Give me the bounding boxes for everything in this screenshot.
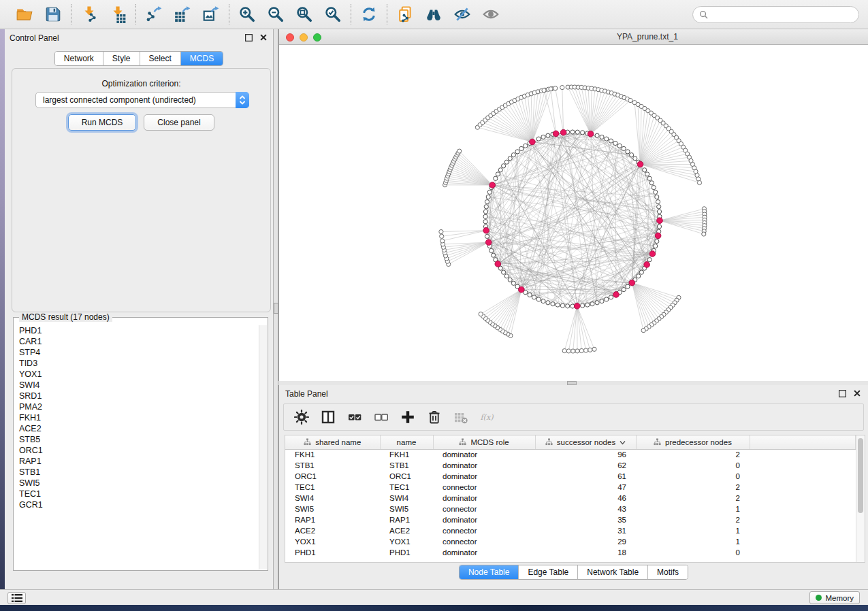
table-panel-header: Table Panel bbox=[279, 385, 868, 403]
mcds-result-item[interactable]: SWI5 bbox=[14, 478, 259, 489]
tab-network-table[interactable]: Network Table bbox=[578, 565, 648, 579]
tab-network[interactable]: Network bbox=[55, 52, 103, 65]
tab-edge-table[interactable]: Edge Table bbox=[519, 565, 578, 579]
memory-label: Memory bbox=[825, 594, 854, 602]
network-canvas[interactable] bbox=[279, 45, 868, 381]
memory-status-icon bbox=[816, 595, 822, 601]
table-panel: Table Panel f(x) shared namenameMCDS rol… bbox=[278, 385, 868, 589]
save-session-icon[interactable] bbox=[44, 5, 62, 23]
export-table-icon[interactable] bbox=[174, 5, 191, 23]
column-panel-icon[interactable] bbox=[320, 409, 336, 425]
network-graph[interactable] bbox=[279, 45, 868, 381]
scrollbar-thumb[interactable] bbox=[858, 438, 863, 513]
search-network-icon[interactable] bbox=[425, 5, 443, 23]
import-network-icon[interactable] bbox=[80, 5, 98, 23]
task-history-button[interactable] bbox=[7, 592, 26, 604]
mcds-result-item[interactable]: GCR1 bbox=[14, 499, 259, 510]
table-row[interactable]: ACE2ACE2connector311 bbox=[285, 525, 856, 536]
float-panel-icon[interactable] bbox=[244, 33, 253, 42]
column-header-successor-nodes[interactable]: successor nodes bbox=[535, 435, 636, 449]
table-row[interactable]: SWI5SWI5connector431 bbox=[285, 503, 856, 514]
mcds-list-scrollbar[interactable] bbox=[259, 325, 267, 569]
mcds-result-item[interactable]: YOX1 bbox=[14, 369, 259, 380]
tab-motifs[interactable]: Motifs bbox=[648, 565, 688, 579]
export-network-icon[interactable] bbox=[145, 5, 163, 23]
table-row[interactable]: RAP1RAP1dominator352 bbox=[285, 514, 856, 525]
splitter-handle[interactable] bbox=[274, 303, 278, 314]
show-all-icon[interactable] bbox=[482, 5, 500, 23]
mcds-result-item[interactable]: STB1 bbox=[14, 467, 259, 478]
select-all-icon[interactable] bbox=[347, 409, 363, 425]
table-row[interactable]: PHD1PHD1dominator180 bbox=[285, 547, 856, 558]
table-row[interactable]: FKH1FKH1dominator962 bbox=[285, 449, 856, 460]
close-panel-button[interactable]: Close panel bbox=[144, 114, 214, 131]
float-panel-icon[interactable] bbox=[838, 389, 846, 397]
tab-style[interactable]: Style bbox=[103, 52, 140, 65]
hide-selected-icon[interactable] bbox=[453, 5, 471, 23]
table-row[interactable]: ORC1ORC1dominator610 bbox=[285, 471, 856, 482]
unselect-all-icon[interactable] bbox=[373, 409, 389, 425]
table-row[interactable]: SWI4SWI4dominator462 bbox=[285, 493, 856, 503]
mcds-result-item[interactable]: TEC1 bbox=[14, 489, 259, 499]
mcds-result-item[interactable]: CAR1 bbox=[14, 336, 259, 347]
cell: 46 bbox=[535, 493, 636, 503]
select-spinner-icon bbox=[236, 92, 249, 108]
delete-table-icon[interactable] bbox=[453, 409, 469, 425]
table-row[interactable]: YOX1YOX1connector291 bbox=[285, 536, 856, 547]
tab-mcds[interactable]: MCDS bbox=[181, 52, 223, 65]
close-panel-icon[interactable] bbox=[259, 33, 268, 42]
zoom-in-icon[interactable] bbox=[238, 5, 256, 23]
mcds-result-item[interactable]: SWI4 bbox=[14, 380, 259, 391]
refresh-icon[interactable] bbox=[360, 5, 378, 23]
mcds-result-item[interactable]: STB5 bbox=[14, 434, 259, 445]
column-header-mcds-role[interactable]: MCDS role bbox=[433, 435, 535, 449]
mcds-result-item[interactable]: ACE2 bbox=[14, 423, 259, 434]
mcds-result-item[interactable]: RAP1 bbox=[14, 456, 259, 467]
column-header-predecessor-nodes[interactable]: predecessor nodes bbox=[636, 435, 750, 449]
search-input[interactable] bbox=[711, 8, 858, 22]
zoom-out-icon[interactable] bbox=[267, 5, 285, 23]
column-header-name[interactable]: name bbox=[380, 435, 433, 449]
zoom-window-icon[interactable] bbox=[313, 33, 321, 42]
zoom-fit-icon[interactable] bbox=[295, 5, 313, 23]
delete-column-icon[interactable] bbox=[426, 409, 443, 425]
run-mcds-button[interactable]: Run MCDS bbox=[68, 114, 136, 131]
mcds-panel: Optimization criterion: largest connecte… bbox=[12, 68, 271, 312]
search-box[interactable] bbox=[692, 6, 859, 23]
mcds-result-item[interactable]: PHD1 bbox=[14, 325, 259, 336]
gear-icon[interactable] bbox=[293, 409, 310, 425]
add-column-icon[interactable] bbox=[400, 409, 416, 425]
table-row[interactable]: TEC1TEC1connector472 bbox=[285, 482, 856, 493]
cell: TEC1 bbox=[285, 482, 380, 493]
mcds-result-item[interactable]: SRD1 bbox=[14, 391, 259, 401]
memory-button[interactable]: Memory bbox=[809, 591, 860, 604]
mcds-result-item[interactable]: ORC1 bbox=[14, 445, 259, 456]
vertical-splitter[interactable] bbox=[273, 29, 278, 589]
close-panel-icon[interactable] bbox=[853, 389, 861, 397]
mcds-result-item[interactable]: STP4 bbox=[14, 347, 259, 358]
function-builder-icon[interactable]: f(x) bbox=[479, 409, 496, 425]
table-row[interactable]: STB1STB1dominator620 bbox=[285, 460, 856, 471]
export-image-icon[interactable] bbox=[202, 5, 220, 23]
cell: STB1 bbox=[380, 460, 433, 471]
cell: 31 bbox=[535, 525, 636, 536]
criterion-select[interactable]: largest connected component (undirected) bbox=[35, 92, 249, 108]
close-window-icon[interactable] bbox=[286, 33, 294, 42]
cell: dominator bbox=[433, 547, 535, 558]
import-table-icon[interactable] bbox=[109, 5, 127, 23]
zoom-selected-icon[interactable] bbox=[324, 5, 342, 23]
mcds-result-list[interactable]: PHD1CAR1STP4TID3YOX1SWI4SRD1PMA2FKH1ACE2… bbox=[14, 325, 259, 569]
table-scrollbar[interactable] bbox=[856, 435, 865, 562]
network-window-titlebar[interactable]: YPA_prune.txt_1 bbox=[279, 29, 868, 45]
tab-select[interactable]: Select bbox=[140, 52, 181, 65]
column-header-shared-name[interactable]: shared name bbox=[285, 435, 380, 449]
tab-node-table[interactable]: Node Table bbox=[460, 565, 519, 579]
mcds-result-item[interactable]: FKH1 bbox=[14, 412, 259, 423]
mcds-result-item[interactable]: TID3 bbox=[14, 358, 259, 369]
mcds-result-item[interactable]: PMA2 bbox=[14, 401, 259, 412]
minimize-window-icon[interactable] bbox=[300, 33, 308, 42]
open-file-icon[interactable] bbox=[16, 5, 33, 23]
desktop-wallpaper-left bbox=[0, 29, 5, 605]
share-document-icon[interactable] bbox=[396, 5, 414, 23]
cell: connector bbox=[433, 525, 535, 536]
